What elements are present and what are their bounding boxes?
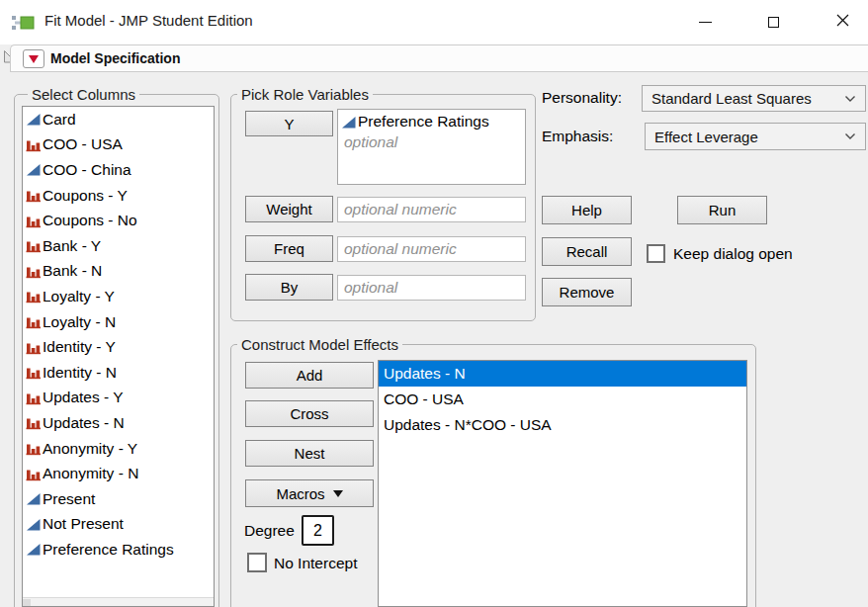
degree-input[interactable]: 2: [302, 515, 334, 546]
run-button[interactable]: Run: [677, 196, 767, 224]
column-item-label: Updates - N: [43, 414, 125, 432]
column-item[interactable]: Updates - N: [23, 410, 214, 436]
red-triangle-icon: [29, 55, 39, 63]
column-item[interactable]: Anonymity - Y: [23, 436, 214, 462]
column-item-label: Identity - N: [43, 364, 117, 382]
chevron-down-icon: [844, 95, 856, 103]
column-item[interactable]: Bank - N: [23, 259, 214, 285]
column-item-label: Anonymity - N: [43, 465, 138, 482]
close-button[interactable]: [820, 2, 865, 42]
degree-label: Degree: [244, 522, 295, 540]
effect-item[interactable]: Updates - N: [379, 361, 746, 387]
column-item-label: Updates - Y: [43, 389, 124, 406]
freq-role-button[interactable]: Freq: [245, 235, 333, 262]
column-item-label: Bank - Y: [43, 237, 101, 255]
column-item-label: Coupons - Y: [43, 187, 128, 205]
by-role-button[interactable]: By: [245, 274, 333, 301]
column-item[interactable]: Loyalty - Y: [23, 284, 214, 309]
by-role-field[interactable]: optional: [337, 275, 526, 301]
freq-role-field[interactable]: optional numeric: [337, 236, 526, 262]
macros-button[interactable]: Macros: [245, 479, 374, 507]
remove-button[interactable]: Remove: [542, 278, 632, 306]
column-item[interactable]: Updates - Y: [23, 386, 214, 411]
column-item[interactable]: Anonymity - N: [23, 461, 214, 486]
y-role-value: Preference Ratings: [358, 113, 489, 130]
emphasis-dropdown[interactable]: Effect Leverage: [645, 123, 866, 150]
columns-list-hscrollbar[interactable]: [23, 597, 214, 606]
fit-model-dialog: Fit Model - JMP Student Edition Model Sp…: [0, 0, 868, 607]
minimize-button[interactable]: [682, 2, 728, 42]
personality-dropdown[interactable]: Standard Least Squares: [642, 85, 866, 112]
y-role-listbox[interactable]: Preference Ratings optional: [337, 109, 526, 185]
column-item-label: Present: [43, 490, 95, 508]
maximize-button[interactable]: [750, 2, 796, 42]
pick-role-variables-label: Pick Role Variables: [237, 87, 373, 103]
column-item[interactable]: Coupons - No: [23, 208, 214, 233]
y-role-button[interactable]: Y: [245, 111, 333, 136]
red-triangle-menu-button[interactable]: [23, 49, 44, 68]
column-item[interactable]: Identity - Y: [23, 334, 214, 360]
personality-value: Standard Least Squares: [651, 90, 812, 107]
freq-role-placeholder: optional numeric: [344, 240, 457, 258]
nominal-icon: [26, 137, 42, 152]
column-item-label: COO - China: [43, 161, 131, 179]
macros-button-label: Macros: [276, 485, 324, 502]
close-icon: [836, 14, 849, 30]
weight-role-button[interactable]: Weight: [245, 196, 333, 222]
effect-item[interactable]: Updates - N*COO - USA: [379, 412, 746, 438]
nominal-icon: [26, 390, 42, 405]
continuous-icon: [341, 115, 357, 130]
chevron-down-icon: [844, 132, 856, 140]
keep-dialog-open-checkbox[interactable]: [647, 244, 665, 263]
scrollbar-thumb[interactable]: [23, 599, 31, 606]
nominal-icon: [26, 289, 42, 304]
effect-item-label: Updates - N*COO - USA: [384, 416, 552, 434]
no-intercept-checkbox[interactable]: [247, 553, 267, 572]
dropdown-triangle-icon: [333, 490, 343, 497]
continuous-icon: [26, 112, 42, 127]
column-item-label: Loyalty - N: [43, 313, 116, 331]
continuous-icon: [26, 517, 42, 532]
nest-button[interactable]: Nest: [245, 440, 374, 467]
columns-list[interactable]: Card COO - USA COO - China Coupons - Y C…: [22, 106, 215, 607]
column-item[interactable]: COO - China: [23, 157, 214, 183]
column-item[interactable]: COO - USA: [23, 132, 214, 158]
keep-dialog-open-label: Keep dialog open: [673, 245, 793, 263]
by-role-placeholder: optional: [344, 279, 397, 297]
nominal-icon: [26, 314, 42, 329]
nominal-icon: [26, 441, 42, 456]
outline-title: Model Specification: [50, 50, 180, 66]
no-intercept-label: No Intercept: [274, 555, 357, 572]
column-item[interactable]: Loyalty - N: [23, 309, 214, 335]
weight-role-field[interactable]: optional numeric: [337, 197, 526, 222]
y-role-value-row[interactable]: Preference Ratings: [338, 110, 525, 130]
column-item-label: Identity - Y: [43, 338, 116, 356]
nominal-icon: [26, 238, 42, 253]
help-button[interactable]: Help: [542, 196, 632, 224]
column-item-label: Card: [43, 111, 76, 129]
column-item[interactable]: Not Present: [23, 512, 214, 538]
continuous-icon: [26, 491, 42, 506]
model-effects-list[interactable]: Updates - N COO - USA Updates - N*COO - …: [378, 360, 747, 607]
column-item[interactable]: Card: [23, 107, 214, 132]
effect-item[interactable]: COO - USA: [379, 387, 746, 412]
recall-button[interactable]: Recall: [542, 237, 632, 266]
column-item[interactable]: Identity - N: [23, 360, 214, 386]
nominal-icon: [26, 415, 42, 430]
column-item-label: Loyalty - Y: [43, 288, 115, 305]
nominal-icon: [26, 264, 42, 279]
add-button[interactable]: Add: [245, 362, 374, 389]
column-item[interactable]: Preference Ratings: [23, 537, 214, 563]
weight-role-placeholder: optional numeric: [344, 201, 457, 218]
nominal-icon: [26, 188, 42, 203]
column-item[interactable]: Bank - Y: [23, 233, 214, 259]
y-role-placeholder: optional: [338, 130, 525, 151]
nominal-icon: [26, 340, 42, 355]
nominal-icon: [26, 365, 42, 380]
column-item[interactable]: Coupons - Y: [23, 183, 214, 209]
cross-button[interactable]: Cross: [245, 400, 374, 427]
minimize-icon: [699, 22, 712, 23]
column-item[interactable]: Present: [23, 486, 214, 512]
construct-model-effects-label: Construct Model Effects: [237, 337, 402, 353]
column-item-label: Anonymity - Y: [43, 440, 137, 458]
